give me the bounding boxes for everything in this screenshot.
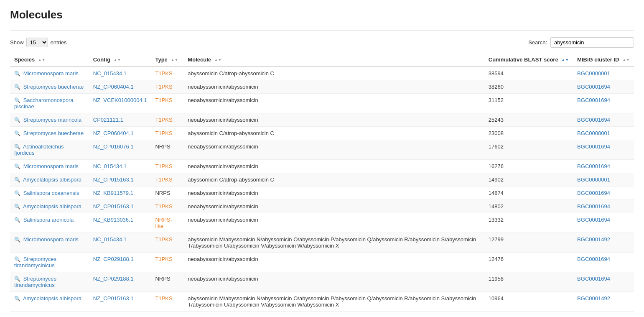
mibig-link[interactable]: BGC0001694	[577, 276, 610, 282]
magnify-icon[interactable]: 🔍	[14, 144, 20, 150]
cell-mibig: BGC0001492	[573, 292, 634, 312]
species-link[interactable]: Saccharomonospora piscinae	[14, 97, 74, 110]
species-link[interactable]: Salinispora arenicola	[23, 217, 74, 223]
cell-contig: NZ_CP029188.1	[89, 272, 151, 292]
cell-molecule: abyssomicin M/abyssomicin N/abyssomicin …	[183, 292, 484, 312]
mibig-link[interactable]: BGC0001694	[577, 97, 610, 103]
cell-blast-score: 11958	[484, 272, 573, 292]
magnify-icon[interactable]: 🔍	[14, 256, 20, 262]
magnify-icon[interactable]: 🔍	[14, 84, 20, 90]
contig-link[interactable]: NZ_CP029188.1	[93, 276, 134, 282]
contig-link[interactable]: NZ_CP015163.1	[93, 295, 134, 302]
col-header-molecule[interactable]: Molecule ▲▼	[183, 53, 484, 67]
cell-contig: NZ_CP015163.1	[89, 292, 151, 312]
species-link[interactable]: Streptomyces tirandamycinicus	[14, 276, 56, 288]
mibig-link[interactable]: BGC0001694	[577, 143, 610, 150]
contig-link[interactable]: NC_015434.1	[93, 236, 127, 243]
contig-link[interactable]: NZ_KB913036.1	[93, 217, 133, 223]
cell-contig: NC_015434.1	[89, 160, 151, 173]
cell-blast-score: 23008	[484, 127, 573, 140]
mibig-link[interactable]: BGC0001694	[577, 217, 610, 223]
species-link[interactable]: Micromonospora maris	[23, 70, 79, 77]
cell-molecule: neoabyssomicin/abyssomicin	[183, 272, 484, 292]
cell-contig: NZ_CP015163.1	[89, 173, 151, 187]
mibig-link[interactable]: BGC0001694	[577, 84, 610, 90]
contig-link[interactable]: NZ_CP015163.1	[93, 176, 134, 183]
type-value: T1PKS	[155, 203, 172, 210]
species-link[interactable]: Salinispora oceanensis	[23, 190, 79, 196]
magnify-icon[interactable]: 🔍	[14, 204, 20, 210]
search-input[interactable]	[550, 37, 634, 48]
col-header-type[interactable]: Type ▲▼	[151, 53, 183, 67]
contig-link[interactable]: CP021121.1	[93, 117, 123, 123]
magnify-icon[interactable]: 🔍	[14, 217, 20, 223]
mibig-link[interactable]: BGC0001492	[577, 295, 610, 302]
col-header-contig[interactable]: Contig ▲▼	[89, 53, 151, 67]
magnify-icon[interactable]: 🔍	[14, 117, 20, 123]
table-row: 🔍 Amycolatopsis albispora NZ_CP015163.1 …	[10, 173, 634, 187]
species-link[interactable]: Amycolatopsis albispora	[23, 295, 81, 302]
magnify-icon[interactable]: 🔍	[14, 276, 20, 282]
magnify-icon[interactable]: 🔍	[14, 164, 20, 169]
cell-blast-score: 12799	[484, 233, 573, 253]
contig-link[interactable]: NZ_KB911579.1	[93, 190, 133, 196]
mibig-link[interactable]: BGC0001694	[577, 163, 610, 169]
species-link[interactable]: Streptomyces buecherae	[23, 130, 84, 136]
species-link[interactable]: Actinoalloteichus fjordicus	[14, 143, 64, 156]
mibig-link[interactable]: BGC0001694	[577, 256, 610, 262]
cell-type: T1PKS	[151, 127, 183, 140]
magnify-icon[interactable]: 🔍	[14, 237, 20, 243]
type-value: T1PKS	[155, 84, 172, 90]
cell-mibig: BGC0000001	[573, 173, 634, 187]
contig-link[interactable]: NZ_VCEK01000004.1	[93, 97, 147, 103]
cell-species: 🔍 Actinoalloteichus fjordicus	[10, 140, 89, 160]
cell-type: T1PKS	[151, 66, 183, 80]
mibig-link[interactable]: BGC0000001	[577, 130, 610, 136]
magnify-icon[interactable]: 🔍	[14, 71, 20, 77]
magnify-icon[interactable]: 🔍	[14, 296, 20, 302]
entries-select[interactable]: 10152550100	[26, 38, 48, 47]
species-link[interactable]: Streptomyces buecherae	[23, 84, 84, 90]
type-value: T1PKS	[155, 176, 172, 183]
page-title: Molecules	[10, 8, 634, 21]
contig-link[interactable]: NC_015434.1	[93, 163, 127, 169]
mibig-link[interactable]: BGC0001492	[577, 236, 610, 243]
magnify-icon[interactable]: 🔍	[14, 190, 20, 196]
magnify-icon[interactable]: 🔍	[14, 177, 20, 183]
species-link[interactable]: Streptomyces marincola	[23, 117, 81, 123]
contig-link[interactable]: NZ_CP060404.1	[93, 84, 134, 90]
cell-mibig: BGC0001694	[573, 187, 634, 200]
mibig-link[interactable]: BGC0001694	[577, 203, 610, 210]
col-header-blast[interactable]: Cummulative BLAST score ▲▼	[484, 53, 573, 67]
cell-mibig: BGC0001694	[573, 80, 634, 94]
mibig-link[interactable]: BGC0001694	[577, 190, 610, 196]
contig-link[interactable]: NZ_CP016076.1	[93, 143, 134, 150]
contig-link[interactable]: NZ_CP060404.1	[93, 130, 134, 136]
cell-blast-score: 38594	[484, 66, 573, 80]
contig-link[interactable]: NZ_CP015163.1	[93, 203, 134, 210]
contig-link[interactable]: NZ_CP029188.1	[93, 256, 134, 262]
col-header-species[interactable]: Species ▲▼	[10, 53, 89, 67]
cell-type: T1PKS	[151, 292, 183, 312]
cell-molecule: neoabyssomicin/abyssomicin	[183, 94, 484, 113]
cell-contig: NZ_CP060404.1	[89, 127, 151, 140]
species-link[interactable]: Amycolatopsis albispora	[23, 176, 81, 183]
table-row: 🔍 Amycolatopsis albispora NZ_CP015163.1 …	[10, 292, 634, 312]
table-header-row: Species ▲▼ Contig ▲▼ Type ▲▼ Molecule ▲▼…	[10, 53, 634, 67]
cell-contig: NZ_KB911579.1	[89, 187, 151, 200]
cell-species: 🔍 Streptomyces buecherae	[10, 127, 89, 140]
species-link[interactable]: Micromonospora maris	[23, 163, 79, 169]
species-link[interactable]: Amycolatopsis albispora	[23, 203, 81, 210]
magnify-icon[interactable]: 🔍	[14, 97, 20, 103]
species-link[interactable]: Micromonospora maris	[23, 236, 79, 243]
cell-contig: NZ_CP029188.1	[89, 253, 151, 272]
magnify-icon[interactable]: 🔍	[14, 130, 20, 136]
type-value: T1PKS	[155, 236, 172, 243]
mibig-link[interactable]: BGC0001694	[577, 117, 610, 123]
mibig-link[interactable]: BGC0000001	[577, 176, 610, 183]
mibig-link[interactable]: BGC0000001	[577, 70, 610, 77]
type-value: NRPS	[155, 276, 170, 282]
species-link[interactable]: Streptomyces tirandamycinicus	[14, 256, 56, 268]
col-header-mibig[interactable]: MIBiG cluster ID ▲▼	[573, 53, 634, 67]
contig-link[interactable]: NC_015434.1	[93, 70, 127, 77]
